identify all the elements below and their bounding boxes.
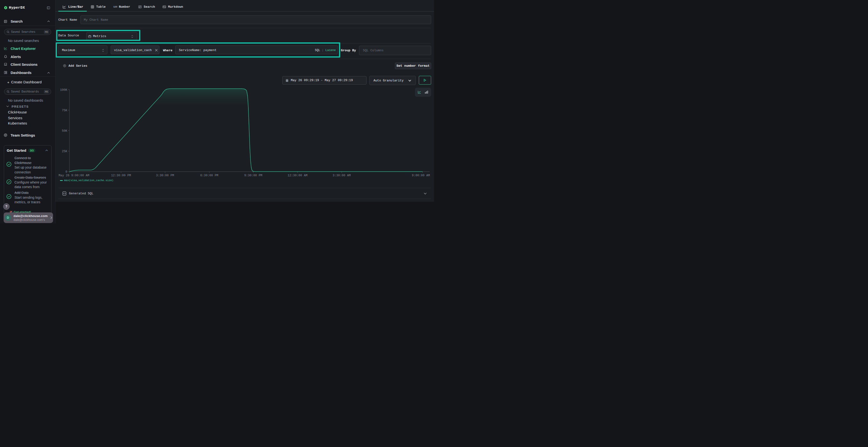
svg-text:12:30:00 PM: 12:30:00 PM [111, 174, 131, 177]
svg-text:9:00:00 AM: 9:00:00 AM [412, 174, 430, 177]
svg-text:May 26 9:00:00 AM: May 26 9:00:00 AM [59, 174, 89, 177]
svg-text:9:30:00 PM: 9:30:00 PM [244, 174, 262, 177]
svg-text:25K: 25K [62, 150, 67, 153]
svg-text:50K: 50K [62, 129, 67, 133]
svg-text:0: 0 [65, 170, 67, 174]
svg-text:6:30:00 PM: 6:30:00 PM [200, 174, 218, 177]
svg-text:100K: 100K [60, 89, 67, 92]
svg-text:3:30:00 AM: 3:30:00 AM [333, 174, 350, 177]
svg-text:3:30:00 PM: 3:30:00 PM [156, 174, 174, 177]
svg-text:12:30:00 AM: 12:30:00 AM [288, 174, 308, 177]
svg-text:75K: 75K [62, 109, 67, 112]
